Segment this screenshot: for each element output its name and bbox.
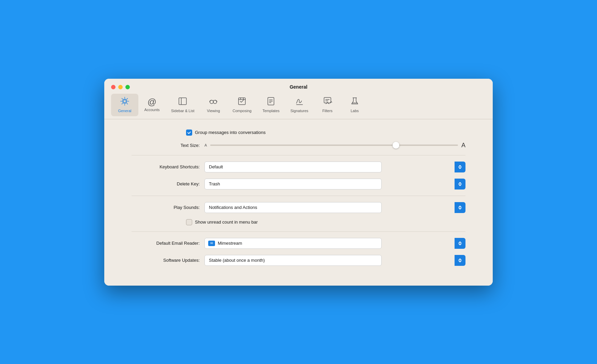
software-updates-select-wrapper: Stable (about once a month) (204, 255, 465, 266)
group-conversations-checkbox[interactable] (186, 130, 192, 136)
text-size-slider-thumb[interactable] (393, 142, 399, 149)
tab-viewing-label: Viewing (207, 109, 220, 113)
tab-accounts-label: Accounts (144, 108, 159, 112)
template-icon (266, 96, 276, 107)
filters-icon (323, 96, 332, 107)
tab-signatures[interactable]: Signatures (285, 94, 314, 116)
delete-key-label: Delete Key: (132, 181, 200, 186)
play-sounds-row: Play Sounds: Notifications and Actions (132, 202, 465, 213)
minimize-button[interactable] (118, 85, 123, 89)
tab-filters[interactable]: Filters (314, 94, 341, 116)
default-email-reader-value: Mimestream (218, 241, 242, 246)
tab-labs-label: Labs (351, 109, 359, 113)
default-email-reader-arrow (455, 238, 465, 249)
text-size-slider-track[interactable] (210, 145, 458, 146)
tab-general-label: General (118, 109, 131, 113)
software-updates-row: Software Updates: Stable (about once a m… (132, 255, 465, 266)
text-size-row: Text Size: A A (132, 142, 465, 149)
text-size-label: Text Size: (132, 143, 200, 148)
tab-templates-label: Templates (262, 109, 279, 113)
show-unread-row: Show unread count in menu bar (132, 219, 465, 225)
default-email-reader-display[interactable]: Mimestream (204, 238, 382, 249)
toolbar: General @ Accounts Sidebar & List (104, 90, 493, 116)
at-icon: @ (148, 97, 156, 106)
labs-icon (350, 96, 359, 107)
keyboard-shortcuts-select[interactable]: Default (204, 162, 382, 172)
software-updates-arrow (455, 255, 465, 266)
tab-general[interactable]: General (111, 94, 138, 116)
keyboard-shortcuts-label: Keyboard Shortcuts: (132, 164, 200, 169)
divider-1 (132, 155, 465, 155)
play-sounds-label: Play Sounds: (132, 205, 200, 210)
preferences-window: General General @ Accounts (104, 79, 493, 286)
software-updates-label: Software Updates: (132, 258, 200, 263)
play-sounds-select[interactable]: Notifications and Actions (204, 202, 382, 213)
default-email-reader-select-wrapper: Mimestream (204, 238, 465, 249)
tab-sidebar[interactable]: Sidebar & List (166, 94, 200, 116)
divider-3 (132, 231, 465, 232)
default-email-reader-label: Default Email Reader: (132, 241, 200, 246)
software-updates-control: Stable (about once a month) (204, 255, 465, 266)
show-unread-checkbox[interactable] (186, 219, 192, 225)
tab-filters-label: Filters (322, 109, 333, 113)
play-sounds-arrow (455, 202, 465, 213)
tab-signatures-label: Signatures (290, 109, 308, 113)
tab-composing-label: Composing (232, 109, 251, 113)
gear-icon (120, 96, 129, 107)
tab-sidebar-label: Sidebar & List (171, 109, 194, 113)
delete-key-select[interactable]: Trash (204, 179, 382, 189)
keyboard-shortcuts-control: Default (204, 162, 465, 172)
sidebar-icon (178, 96, 187, 107)
tab-viewing[interactable]: Viewing (200, 94, 227, 116)
window-controls (111, 85, 130, 89)
group-conversations-checkbox-wrapper[interactable]: Group messages into conversations (186, 130, 265, 136)
delete-key-row: Delete Key: Trash (132, 179, 465, 189)
signature-icon (295, 96, 304, 107)
group-conversations-row: Group messages into conversations (132, 130, 465, 136)
settings-content: Group messages into conversations Text S… (104, 119, 493, 286)
keyboard-shortcuts-row: Keyboard Shortcuts: Default (132, 162, 465, 172)
play-sounds-control: Notifications and Actions (204, 202, 465, 213)
small-a-label: A (204, 143, 207, 147)
compose-icon (237, 96, 247, 107)
tab-accounts[interactable]: @ Accounts (138, 95, 166, 115)
text-size-slider-wrapper: A A (204, 142, 465, 149)
default-email-reader-row: Default Email Reader: Mimestream (132, 238, 465, 249)
keyboard-shortcuts-select-wrapper: Default (204, 162, 465, 172)
svg-point-0 (123, 100, 126, 103)
close-button[interactable] (111, 85, 116, 89)
play-sounds-select-wrapper: Notifications and Actions (204, 202, 465, 213)
titlebar: General (104, 79, 493, 90)
tab-templates[interactable]: Templates (257, 94, 285, 116)
group-conversations-label: Group messages into conversations (195, 130, 265, 135)
tab-labs[interactable]: Labs (341, 94, 368, 116)
keyboard-shortcuts-arrow (455, 162, 465, 172)
mimestream-icon (208, 241, 215, 246)
delete-key-select-wrapper: Trash (204, 179, 465, 189)
svg-rect-2 (179, 98, 186, 105)
glasses-icon (209, 96, 218, 107)
window-title: General (290, 84, 307, 90)
show-unread-checkbox-wrapper[interactable]: Show unread count in menu bar (186, 219, 258, 225)
divider-2 (132, 196, 465, 196)
delete-key-arrow (455, 179, 465, 189)
maximize-button[interactable] (125, 85, 130, 89)
default-email-reader-control: Mimestream (204, 238, 465, 249)
tab-composing[interactable]: Composing (227, 94, 257, 116)
software-updates-select[interactable]: Stable (about once a month) (204, 255, 382, 266)
delete-key-control: Trash (204, 179, 465, 189)
text-size-control: A A (204, 142, 465, 149)
large-a-label: A (461, 142, 465, 149)
show-unread-label: Show unread count in menu bar (195, 219, 258, 225)
